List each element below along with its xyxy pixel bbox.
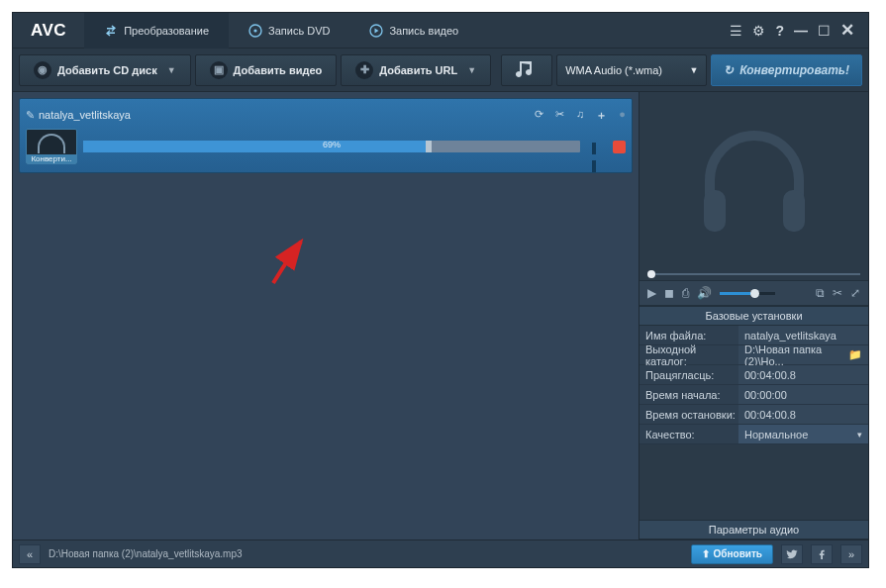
tasklist-icon[interactable]: ☰: [730, 23, 742, 39]
kv-key: Время остановки:: [640, 405, 738, 424]
disc-icon: [248, 24, 262, 38]
refresh-icon: ↻: [724, 63, 734, 77]
status-path: D:\Новая папка (2)\natalya_vetlitskaya.m…: [49, 548, 243, 559]
stop-button[interactable]: [613, 141, 626, 153]
file-list-panel: ✎ natalya_vetlitskaya ⟳ ✂ ♫ ＋ ● Конверти…: [13, 92, 639, 539]
collapse-left-button[interactable]: «: [19, 544, 41, 564]
thumb-status-label: Конверти...: [27, 154, 76, 163]
quality-select[interactable]: Нормальное ▾: [738, 425, 868, 443]
update-button[interactable]: ⬆ Обновить: [691, 544, 773, 564]
add-cd-button[interactable]: ◉ Добавить CD диск ▼: [19, 54, 191, 86]
tab-label: Преобразование: [124, 25, 209, 37]
edit-icon[interactable]: ✎: [26, 109, 35, 122]
kv-key: Выходной каталог:: [640, 345, 738, 364]
tab-record[interactable]: Запись видео: [349, 13, 478, 49]
kv-quality: Качество: Нормальное ▾: [640, 425, 868, 444]
kv-outdir: Выходной каталог: D:\Новая папка (2)\Но.…: [640, 345, 868, 365]
expand-icon[interactable]: ⤢: [850, 286, 860, 300]
audio-params-header[interactable]: Параметры аудио: [640, 520, 868, 539]
kv-value: 00:04:00.8: [738, 365, 868, 384]
headphones-icon: [690, 121, 819, 240]
progress-text: 69%: [83, 140, 580, 149]
kv-duration: Працягласць: 00:04:00.8: [640, 365, 868, 385]
tab-label: Запись DVD: [268, 25, 330, 37]
kv-key: Качество:: [640, 425, 738, 443]
kv-key: Время начала:: [640, 385, 738, 404]
volume-icon[interactable]: 🔊: [697, 286, 712, 300]
add-icon[interactable]: ＋: [596, 108, 607, 123]
close-icon[interactable]: ✕: [840, 20, 854, 41]
link-icon[interactable]: ⧉: [816, 286, 825, 300]
preview-area: [640, 92, 868, 268]
scrub-bar[interactable]: [640, 268, 868, 280]
convert-icon: [104, 24, 118, 38]
cut2-icon[interactable]: ✂: [833, 286, 842, 300]
tab-convert[interactable]: Преобразование: [84, 13, 229, 49]
music-icon[interactable]: ♫: [576, 108, 584, 123]
player-controls: ▶ ◼ ⎙ 🔊 ⧉ ✂ ⤢: [640, 280, 868, 306]
pause-button[interactable]: [592, 141, 603, 152]
chevron-down-icon: ▼: [167, 65, 176, 75]
button-label: Конвертировать!: [739, 63, 849, 77]
kv-key: Имя файла:: [640, 326, 738, 344]
file-thumbnail: Конверти...: [26, 129, 77, 164]
app-window: AVC Преобразование Запись DVD Запись вид…: [12, 12, 869, 568]
facebook-icon[interactable]: [811, 544, 833, 564]
chevron-down-icon: ▾: [857, 430, 862, 440]
titlebar: AVC Преобразование Запись DVD Запись вид…: [13, 13, 868, 49]
snapshot-icon[interactable]: ⎙: [682, 286, 689, 300]
stop-icon[interactable]: ◼: [664, 286, 674, 300]
twitter-icon[interactable]: [781, 544, 803, 564]
svg-rect-4: [783, 190, 805, 232]
svg-rect-3: [704, 190, 726, 232]
progress-bar: 69%: [83, 141, 580, 152]
update-icon: ⬆: [702, 548, 710, 559]
refresh-item-icon[interactable]: ⟳: [535, 108, 543, 123]
kv-key: Працягласць:: [640, 365, 738, 384]
status-dot-icon: ●: [619, 108, 626, 123]
output-format-select[interactable]: WMA Audio (*.wma) ▼: [556, 54, 707, 86]
add-url-button[interactable]: ✚ Добавить URL ▼: [341, 54, 491, 86]
side-panel: ▶ ◼ ⎙ 🔊 ⧉ ✂ ⤢ Базовые установки Имя файл…: [639, 92, 868, 539]
folder-icon[interactable]: 📁: [848, 348, 862, 361]
tab-label: Запись видео: [389, 25, 458, 37]
add-video-button[interactable]: ▣ Добавить видео: [195, 54, 338, 86]
toolbar: ◉ Добавить CD диск ▼ ▣ Добавить видео ✚ …: [13, 49, 868, 92]
file-item[interactable]: ✎ natalya_vetlitskaya ⟳ ✂ ♫ ＋ ● Конверти…: [19, 98, 633, 173]
help-icon[interactable]: ?: [775, 23, 784, 39]
button-label: Добавить URL: [379, 64, 457, 76]
convert-button[interactable]: ↻ Конвертировать!: [711, 54, 862, 86]
globe-plus-icon: ✚: [355, 61, 373, 79]
kv-stop: Время остановки: 00:04:00.8: [640, 405, 868, 425]
button-label: Добавить видео: [234, 64, 323, 76]
video-plus-icon: ▣: [210, 61, 228, 79]
minimize-icon[interactable]: —: [794, 23, 808, 39]
maximize-icon[interactable]: ☐: [818, 23, 831, 39]
basic-settings-header: Базовые установки: [640, 306, 868, 326]
annotation-arrow: [263, 236, 323, 295]
volume-slider[interactable]: [720, 292, 775, 295]
play-record-icon: [369, 24, 383, 38]
expand-right-button[interactable]: »: [840, 544, 862, 564]
button-label: Добавить CD диск: [57, 64, 157, 76]
tab-dvd[interactable]: Запись DVD: [229, 13, 349, 49]
select-value: WMA Audio (*.wma): [565, 64, 662, 76]
cut-icon[interactable]: ✂: [555, 108, 564, 123]
output-format-icon[interactable]: [501, 54, 552, 86]
kv-value[interactable]: D:\Новая папка (2)\Но... 📁: [738, 345, 868, 364]
settings-icon[interactable]: ⚙: [752, 23, 765, 39]
app-logo: AVC: [31, 21, 66, 41]
play-icon[interactable]: ▶: [647, 286, 656, 300]
status-bar: « D:\Новая папка (2)\natalya_vetlitskaya…: [13, 539, 868, 567]
kv-start: Время начала: 00:00:00: [640, 385, 868, 405]
svg-point-1: [253, 29, 256, 32]
chevron-down-icon: ▼: [689, 65, 698, 75]
file-title: natalya_vetlitskaya: [39, 109, 131, 121]
kv-value[interactable]: 00:04:00.8: [738, 405, 868, 424]
chevron-down-icon: ▼: [467, 65, 476, 75]
kv-value[interactable]: 00:00:00: [738, 385, 868, 404]
kv-value[interactable]: natalya_vetlitskaya: [738, 326, 868, 344]
cd-plus-icon: ◉: [34, 61, 51, 79]
